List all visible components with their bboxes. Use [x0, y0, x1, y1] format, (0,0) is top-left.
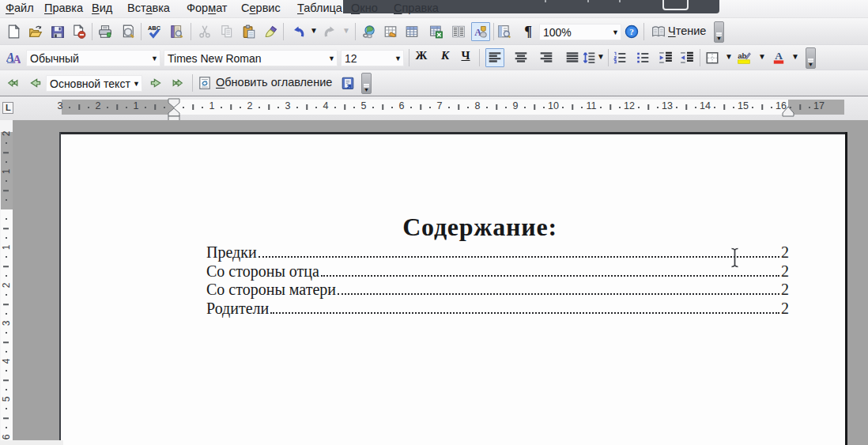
- columns-icon: [451, 25, 466, 39]
- drawing-button[interactable]: [471, 22, 490, 41]
- open-button[interactable]: [26, 22, 45, 41]
- tab-selector[interactable]: L: [2, 102, 13, 114]
- vertical-ruler-quartercm-tick: [6, 275, 7, 277]
- toolbar-options-chevron[interactable]: ▼: [714, 21, 724, 43]
- numbered-list-button[interactable]: [610, 48, 629, 67]
- insert-excel-button[interactable]: [427, 22, 446, 41]
- ruler-quartercm-tick: [69, 107, 70, 108]
- font-color-button[interactable]: [769, 48, 788, 67]
- zoom-combo-arrow[interactable]: ▼: [612, 28, 619, 36]
- ruler-number: 1: [209, 100, 215, 111]
- ruler-halfcm-tick: [723, 104, 725, 110]
- ruler-quartercm-tick: [391, 107, 393, 108]
- font-size-combo[interactable]: 12▼: [341, 50, 404, 66]
- undo-button[interactable]: [289, 22, 308, 41]
- font-combo-arrow[interactable]: ▼: [328, 55, 335, 62]
- copy-button[interactable]: [217, 22, 236, 41]
- menu-Правка[interactable]: Правка: [44, 2, 83, 14]
- ruler-quartercm-tick: [581, 107, 583, 108]
- align-right-button[interactable]: [537, 48, 556, 67]
- ruler-number: 4: [323, 100, 329, 111]
- zoom-combo[interactable]: 100%▼: [539, 24, 621, 40]
- menu-Файл[interactable]: Файл: [6, 2, 34, 14]
- document-title[interactable]: Содержание:: [172, 213, 788, 242]
- dropdown-arrow[interactable]: ▼: [342, 26, 350, 35]
- columns-button[interactable]: [449, 22, 468, 41]
- help-button[interactable]: [622, 22, 641, 41]
- new-document-button[interactable]: [4, 22, 23, 41]
- dropdown-arrow[interactable]: ▼: [791, 52, 799, 61]
- drawing-icon: [474, 25, 488, 39]
- dropdown-arrow[interactable]: ▼: [310, 26, 318, 35]
- font-size-combo-value: 12: [345, 52, 357, 65]
- menu-Вид[interactable]: Вид: [92, 2, 112, 14]
- style-combo-arrow[interactable]: ▼: [151, 55, 158, 62]
- bullet-list-button[interactable]: [633, 48, 652, 67]
- cut-button[interactable]: [195, 22, 214, 41]
- menu-Окно[interactable]: Окно: [351, 2, 378, 14]
- reading-mode-button[interactable]: [649, 22, 668, 41]
- vertical-ruler-quartercm-tick: [6, 370, 7, 371]
- ruler-quartercm-tick: [202, 107, 203, 108]
- insert-table-button[interactable]: [402, 22, 421, 41]
- format-painter-button[interactable]: [262, 22, 281, 41]
- toc-entry[interactable]: Со стороны отца2: [206, 262, 789, 281]
- menu-Формат[interactable]: Формат: [187, 2, 228, 14]
- ruler-quartercm-tick: [315, 107, 317, 108]
- spelling-icon: [147, 25, 161, 39]
- menu-Таблица[interactable]: Таблица: [297, 2, 342, 14]
- promote-button[interactable]: [26, 74, 45, 92]
- copy-icon: [220, 25, 234, 39]
- increase-indent-button[interactable]: [677, 48, 696, 67]
- demote-body-button[interactable]: [168, 74, 187, 92]
- toc-entry[interactable]: Со стороны матери2: [206, 281, 789, 300]
- decrease-indent-button[interactable]: [656, 48, 675, 67]
- toc-entry[interactable]: Родители2: [206, 300, 789, 319]
- save-button[interactable]: [48, 22, 67, 41]
- font-size-combo-arrow[interactable]: ▼: [394, 55, 402, 62]
- vertical-ruler[interactable]: 21123456: [0, 120, 13, 445]
- underline-button[interactable]: Ч: [459, 49, 472, 62]
- highlight-button[interactable]: [734, 48, 753, 67]
- print-button[interactable]: [96, 22, 115, 41]
- demote-button[interactable]: [146, 74, 165, 92]
- paste-button[interactable]: [240, 22, 259, 41]
- align-left-button[interactable]: [485, 48, 504, 67]
- update-toc-label[interactable]: Обновить оглавление: [216, 76, 332, 89]
- print-preview-icon: [121, 25, 135, 39]
- menu-Справка[interactable]: Справка: [394, 2, 439, 14]
- outline-level-combo-arrow[interactable]: ▼: [133, 80, 140, 88]
- styles-button[interactable]: [4, 48, 23, 67]
- promote-heading1-button[interactable]: [3, 74, 22, 92]
- reading-mode-label[interactable]: Чтение: [668, 25, 706, 37]
- font-combo[interactable]: Times New Roman▼: [164, 50, 338, 66]
- horizontal-ruler[interactable]: 3211234567891011121314151617: [62, 100, 844, 115]
- bold-button[interactable]: Ж: [415, 49, 428, 62]
- research-button[interactable]: [167, 22, 186, 41]
- borders-button[interactable]: [703, 48, 722, 67]
- outline-level-combo[interactable]: Основной текст▼: [46, 75, 142, 92]
- toc-entry[interactable]: Предки2: [206, 243, 789, 262]
- style-combo[interactable]: Обычный▼: [26, 50, 160, 66]
- dropdown-arrow[interactable]: ▼: [597, 52, 605, 61]
- tables-borders-button[interactable]: [381, 22, 400, 41]
- update-toc-button[interactable]: [195, 74, 214, 92]
- permission-button[interactable]: [70, 22, 89, 41]
- print-preview-button[interactable]: [119, 22, 138, 41]
- goto-toc-button[interactable]: [338, 74, 357, 92]
- spelling-button[interactable]: [145, 22, 164, 41]
- align-center-button[interactable]: [511, 48, 530, 67]
- menu-Вставка[interactable]: Вставка: [127, 2, 170, 14]
- italic-button[interactable]: К: [439, 49, 451, 62]
- document-map-button[interactable]: [495, 22, 514, 41]
- toolbar-options-chevron[interactable]: ▼: [806, 47, 816, 69]
- hyperlink-button[interactable]: [360, 22, 379, 41]
- toc-page-number: 2: [781, 281, 789, 300]
- dropdown-arrow[interactable]: ▼: [758, 52, 766, 61]
- dropdown-arrow[interactable]: ▼: [725, 52, 733, 61]
- pilcrow-button[interactable]: [519, 22, 538, 41]
- toolbar-options-chevron[interactable]: ▼: [361, 73, 372, 94]
- line-spacing-button[interactable]: [579, 48, 598, 67]
- menu-Сервис[interactable]: Сервис: [241, 2, 281, 14]
- redo-button[interactable]: [321, 22, 340, 41]
